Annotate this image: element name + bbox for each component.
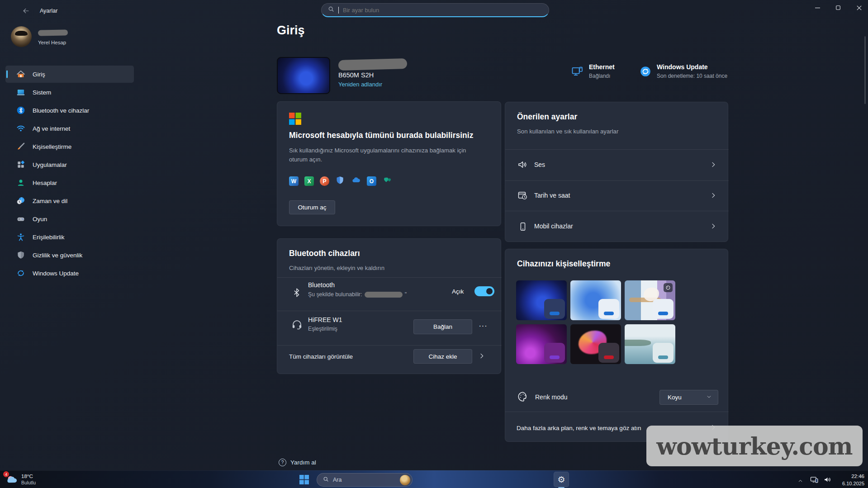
- ms-card-body: Sık kullandığınız Microsoft uygulamaları…: [289, 146, 479, 164]
- theme-thumbnail-spotlight[interactable]: [625, 280, 675, 320]
- search-input[interactable]: [343, 7, 524, 14]
- theme-thumbnail-light-bloom[interactable]: [570, 280, 621, 320]
- sidebar-item-erisilebilirlik[interactable]: Erişilebilirlik: [5, 228, 134, 246]
- ethernet-title[interactable]: Ethernet: [589, 63, 615, 71]
- settings-window: Ayarlar Yerel Hesap Giriş Sistem Bluetoo…: [0, 0, 868, 488]
- tray-chevron-up-icon[interactable]: [797, 477, 803, 485]
- family-icon: [382, 175, 392, 187]
- sidebar-item-label: Giriş: [33, 71, 45, 78]
- sidebar-item-ag[interactable]: Ağ ve internet: [5, 120, 134, 137]
- weather-widget[interactable]: 4 18°C Bulutlu: [5, 473, 36, 486]
- sidebar-item-label: Hesaplar: [33, 180, 57, 186]
- word-icon: W: [289, 176, 299, 186]
- sidebar-item-oyun[interactable]: Oyun: [5, 210, 134, 227]
- scrollbar[interactable]: [864, 36, 866, 104]
- sidebar-item-label: Erişilebilirlik: [33, 234, 65, 241]
- theme-thumbnail-dark-flora[interactable]: [570, 324, 621, 364]
- update-icon: [16, 269, 25, 278]
- recommended-item-ses[interactable]: Ses: [505, 149, 729, 180]
- selected-indicator: [6, 71, 8, 78]
- color-mode-dropdown[interactable]: Koyu: [659, 390, 718, 405]
- back-button[interactable]: [22, 7, 31, 14]
- office-apps-row: W X P O: [289, 175, 392, 187]
- sidebar-item-gizlilik[interactable]: Gizlilik ve güvenlik: [5, 246, 134, 264]
- question-icon: ?: [279, 459, 286, 466]
- recommended-item-tarih[interactable]: Tarih ve saat: [505, 180, 729, 211]
- sidebar-item-label: Uygulamalar: [33, 161, 67, 168]
- bluetooth-glyph-icon: [292, 286, 302, 300]
- sidebar-item-bluetooth[interactable]: Bluetooth ve cihazlar: [5, 102, 134, 119]
- personalize-title: Cihazınızı kişiselleştirme: [517, 259, 610, 269]
- bluetooth-discoverable: Şu şekilde bulunabilir: ": [308, 291, 407, 298]
- volume-icon[interactable]: [823, 475, 832, 486]
- recommended-item-mobil[interactable]: Mobil cihazlar: [505, 211, 729, 242]
- bluetooth-toggle[interactable]: [474, 286, 494, 296]
- sidebar-item-label: Oyun: [33, 216, 47, 223]
- bluetooth-row-title: Bluetooth: [308, 281, 335, 289]
- cast-device-icon[interactable]: [810, 475, 819, 486]
- theme-thumbnail-calm-lake[interactable]: [625, 324, 675, 364]
- theme-preview-card: [544, 299, 565, 319]
- chevron-right-icon: [710, 222, 717, 232]
- ms-card-title: Microsoft hesabıyla tümünü burada bulabi…: [289, 131, 473, 140]
- sign-in-button[interactable]: Oturum aç: [289, 200, 335, 214]
- maximize-button[interactable]: [830, 2, 847, 14]
- view-all-devices-label[interactable]: Tüm cihazları görüntüle: [289, 353, 353, 360]
- sidebar-item-uygulamalar[interactable]: Uygulamalar: [5, 156, 134, 173]
- sidebar-item-windows-update[interactable]: Windows Update: [5, 265, 134, 282]
- bluetooth-toggle-state: Açık: [452, 288, 464, 295]
- watermark: wowturkey.com: [646, 426, 863, 466]
- taskbar-search-label: Ara: [333, 477, 400, 483]
- get-help-link[interactable]: ? Yardım al: [279, 459, 316, 466]
- minimize-button[interactable]: [809, 2, 826, 14]
- browse-themes-label[interactable]: Daha fazla arka plan, renk ve temaya göz…: [517, 425, 641, 431]
- ethernet-icon: [571, 65, 583, 78]
- settings-search-box[interactable]: [321, 3, 549, 17]
- connect-button[interactable]: Bağlan: [413, 319, 472, 334]
- more-options-button[interactable]: ···: [476, 320, 490, 332]
- sidebar-item-label: Ağ ve internet: [33, 125, 70, 132]
- sidebar-item-label: Sistem: [33, 89, 51, 96]
- sidebar-item-label: Zaman ve dil: [33, 198, 67, 204]
- rename-link[interactable]: Yeniden adlandır: [338, 81, 382, 88]
- sidebar-item-kisisellestirme[interactable]: Kişiselleştirme: [5, 138, 134, 155]
- account-type-label: Yerel Hesap: [38, 40, 66, 45]
- recommended-subtitle: Son kullanılan ve sık kullanılan ayarlar: [517, 128, 618, 135]
- microsoft-account-card: Microsoft hesabıyla tümünü burada bulabi…: [277, 101, 501, 226]
- start-button[interactable]: [299, 475, 309, 484]
- clock-widget[interactable]: 22:46 6.10.2025: [834, 473, 864, 487]
- sidebar-item-giris[interactable]: Giriş: [5, 66, 134, 83]
- sidebar-item-sistem[interactable]: Sistem: [5, 84, 134, 101]
- avatar[interactable]: [11, 26, 32, 47]
- bing-daily-image: [400, 475, 410, 485]
- device-thumbnail: [277, 57, 330, 94]
- weather-temp: 18°C: [21, 473, 36, 479]
- sidebar-item-zaman[interactable]: Zaman ve dil: [5, 192, 134, 209]
- sidebar-item-label: Kişiselleştirme: [33, 143, 71, 150]
- clock-globe-icon: [16, 196, 25, 205]
- shield-icon: [16, 251, 25, 260]
- search-icon: [328, 6, 334, 14]
- palette-icon: [517, 391, 529, 403]
- settings-app-icon[interactable]: ⚙: [554, 472, 569, 487]
- brush-icon: [16, 142, 25, 151]
- chevron-right-icon: [710, 191, 717, 202]
- color-mode-value: Koyu: [668, 394, 682, 401]
- device-name-redacted: [338, 58, 408, 71]
- windows-update-title[interactable]: Windows Update: [657, 63, 708, 71]
- taskbar-search-box[interactable]: Ara: [317, 473, 413, 487]
- chevron-right-icon: [710, 160, 717, 171]
- view-all-chevron-icon[interactable]: [478, 351, 485, 362]
- tray-date: 6.10.2025: [834, 480, 864, 487]
- theme-thumbnail-dark-bloom[interactable]: [516, 280, 567, 320]
- outlook-icon: O: [367, 176, 376, 186]
- sidebar-item-hesaplar[interactable]: Hesaplar: [5, 174, 134, 191]
- onedrive-icon: [351, 175, 361, 187]
- headphones-icon: [291, 318, 303, 332]
- close-button[interactable]: [850, 2, 868, 14]
- accessibility-icon: [16, 232, 25, 242]
- theme-thumbnail-purple-glow[interactable]: [516, 324, 567, 364]
- theme-preview-card: [544, 343, 565, 363]
- color-mode-label: Renk modu: [535, 393, 568, 401]
- add-device-button[interactable]: Cihaz ekle: [413, 349, 472, 364]
